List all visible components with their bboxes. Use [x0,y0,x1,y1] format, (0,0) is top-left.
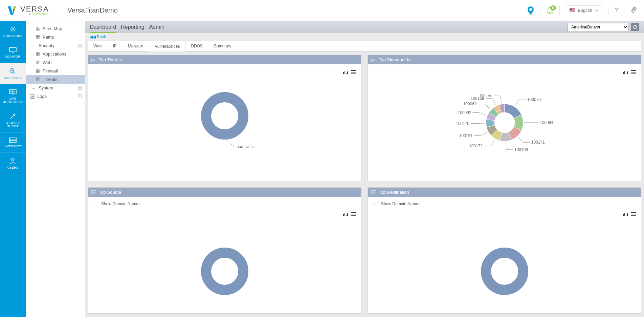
top-header: VERSA NETWORKS VersaTitanDemo 0 English … [0,0,644,21]
logo-subtext: NETWORKS [20,13,49,16]
settings-gear-icon[interactable] [630,6,637,14]
logo: VERSA NETWORKS [7,5,49,16]
app-title: VersaTitanDemo [68,6,118,14]
separator [540,6,540,15]
separator [608,6,608,15]
chevron-down-icon [595,9,598,12]
separator [559,6,560,15]
logo-text: VERSA [20,5,49,13]
language-select[interactable]: English [566,5,602,15]
logo-mark-icon [7,5,17,16]
svg-point-1 [529,14,533,15]
svg-point-0 [529,8,532,11]
separator [624,6,624,15]
header-actions: 0 English ? [527,5,637,15]
help-button[interactable]: ? [615,7,618,14]
notifications-button[interactable]: 0 [547,7,553,14]
location-pin-icon[interactable] [527,6,534,15]
language-label: English [578,8,592,13]
notification-count-badge: 0 [550,5,556,10]
flag-us-icon [570,8,575,12]
